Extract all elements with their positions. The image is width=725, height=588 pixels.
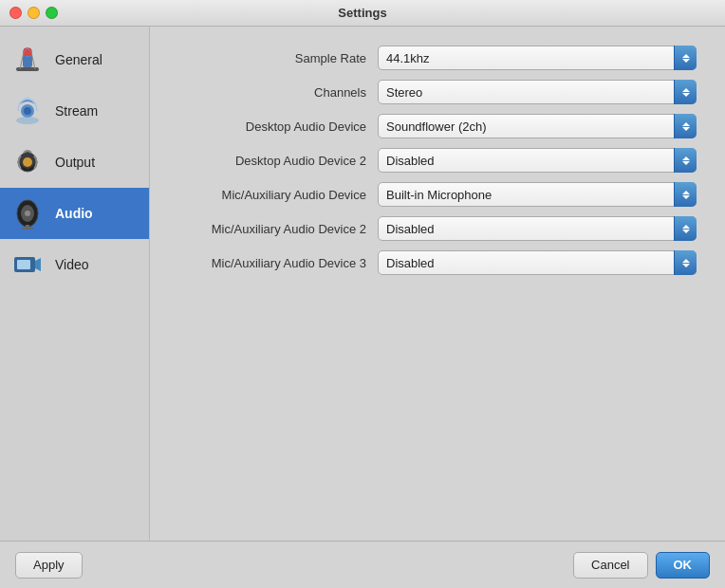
form-row-desktop-audio-2: Desktop Audio Device 2 Disabled Default … [169,148,697,173]
select-desktop-audio[interactable]: Soundflower (2ch) Default Disabled [378,114,697,138]
select-mic-audio-2[interactable]: Disabled Default Built-in Microphone [378,216,697,241]
ok-button[interactable]: OK [656,552,711,579]
close-button[interactable] [9,7,22,19]
label-channels: Channels [169,85,378,100]
svg-point-6 [16,117,39,124]
label-mic-audio-3: Mic/Auxiliary Audio Device 3 [169,256,378,270]
form-row-mic-audio-3: Mic/Auxiliary Audio Device 3 Disabled De… [169,250,697,275]
stream-icon [9,93,46,129]
right-buttons: Cancel OK [573,552,710,579]
apply-button[interactable]: Apply [15,552,83,579]
form-row-sample-rate: Sample Rate 44.1khz 48khz 96khz [169,46,697,70]
svg-point-5 [24,107,31,115]
sidebar-item-stream[interactable]: Stream [0,85,149,137]
sidebar-label-video: Video [55,257,89,272]
select-wrap-mic-audio-2: Disabled Default Built-in Microphone [378,216,697,241]
window-title: Settings [338,6,386,20]
label-desktop-audio-2: Desktop Audio Device 2 [169,154,378,168]
maximize-button[interactable] [46,7,58,19]
sidebar-label-stream: Stream [55,103,98,119]
select-wrap-desktop-audio: Soundflower (2ch) Default Disabled [378,114,697,138]
form-row-desktop-audio: Desktop Audio Device Soundflower (2ch) D… [169,114,697,138]
minimize-button[interactable] [28,7,40,19]
select-wrap-channels: Stereo Mono [378,80,697,104]
cancel-button[interactable]: Cancel [573,552,647,579]
sidebar-item-audio[interactable]: Audio [0,188,149,239]
select-desktop-audio-2[interactable]: Disabled Default Soundflower (2ch) [378,148,697,173]
label-mic-audio-2: Mic/Auxiliary Audio Device 2 [169,222,378,236]
select-wrap-mic-audio: Built-in Microphone Default Disabled [378,182,697,207]
window-controls [9,7,58,19]
form-row-mic-audio-2: Mic/Auxiliary Audio Device 2 Disabled De… [169,216,697,241]
svg-rect-16 [17,260,30,269]
output-icon [9,144,46,180]
titlebar: Settings [0,0,725,27]
sidebar-item-general[interactable]: General [0,34,149,85]
sidebar-label-audio: Audio [55,206,93,221]
svg-marker-15 [35,258,41,271]
select-wrap-mic-audio-3: Disabled Default Built-in Microphone [378,250,697,275]
audio-icon [9,195,46,231]
sidebar-label-output: Output [55,155,95,170]
window-body: General Stream [0,27,725,588]
select-wrap-desktop-audio-2: Disabled Default Soundflower (2ch) [378,148,697,173]
label-desktop-audio: Desktop Audio Device [169,119,378,134]
select-mic-audio-3[interactable]: Disabled Default Built-in Microphone [378,250,697,275]
label-sample-rate: Sample Rate [169,51,378,65]
settings-form: Sample Rate 44.1khz 48khz 96khz [169,46,697,275]
form-row-channels: Channels Stereo Mono [169,80,697,104]
select-wrap-sample-rate: 44.1khz 48khz 96khz [378,46,697,70]
form-row-mic-audio: Mic/Auxiliary Audio Device Built-in Micr… [169,182,697,207]
svg-rect-13 [22,228,33,230]
video-icon [9,247,46,283]
sidebar-item-output[interactable]: Output [0,137,149,188]
svg-point-8 [23,157,32,167]
sidebar: General Stream [0,27,150,588]
select-mic-audio[interactable]: Built-in Microphone Default Disabled [378,182,697,207]
svg-point-11 [25,211,30,216]
general-icon [9,42,46,78]
select-channels[interactable]: Stereo Mono [378,80,697,104]
sidebar-item-video[interactable]: Video [0,239,149,290]
settings-window: Settings General [0,0,725,588]
sidebar-label-general: General [55,52,102,67]
bottom-bar: Apply Cancel OK [0,541,725,588]
label-mic-audio: Mic/Auxiliary Audio Device [169,188,378,202]
main-content: Sample Rate 44.1khz 48khz 96khz [150,27,725,588]
select-sample-rate[interactable]: 44.1khz 48khz 96khz [378,46,697,70]
